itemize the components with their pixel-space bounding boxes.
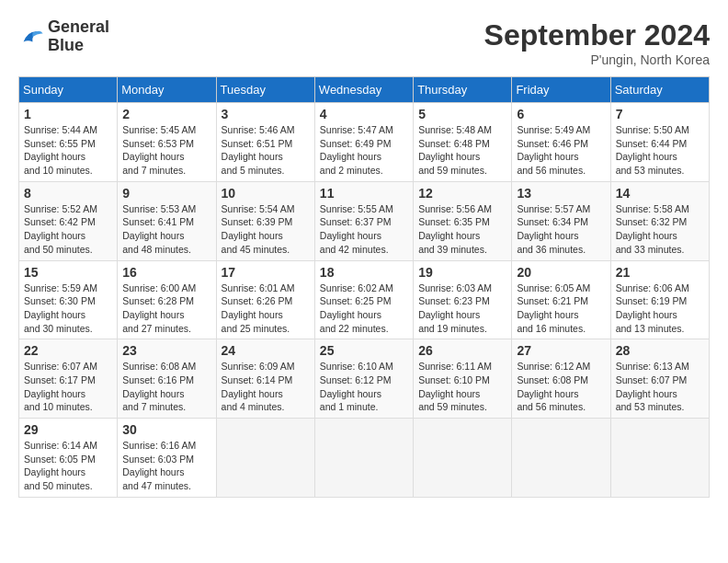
day-info: Sunrise: 6:05 AMSunset: 6:21 PMDaylight … <box>517 282 605 336</box>
sunset-time: Sunset: 6:03 PM <box>122 454 194 465</box>
sunset-time: Sunset: 6:21 PM <box>517 295 588 306</box>
day-info: Sunrise: 6:02 AMSunset: 6:25 PMDaylight … <box>320 282 408 336</box>
table-row: 26Sunrise: 6:11 AMSunset: 6:10 PMDayligh… <box>414 339 512 419</box>
daylight-label: Daylight hours <box>517 309 578 320</box>
sunset-time: Sunset: 6:49 PM <box>320 138 392 149</box>
daylight-label: Daylight hours <box>616 388 677 399</box>
day-number: 16 <box>122 265 210 280</box>
table-row: 12Sunrise: 5:56 AMSunset: 6:35 PMDayligh… <box>414 181 512 260</box>
sunset-time: Sunset: 6:08 PM <box>517 374 588 385</box>
daylight-minutes: and 45 minutes. <box>222 244 290 255</box>
sunset-time: Sunset: 6:17 PM <box>24 374 96 385</box>
day-number: 10 <box>222 186 310 201</box>
sunrise-time: Sunrise: 6:07 AM <box>24 361 97 372</box>
table-row: 19Sunrise: 6:03 AMSunset: 6:23 PMDayligh… <box>414 260 512 339</box>
sunrise-time: Sunrise: 6:08 AM <box>122 361 196 372</box>
daylight-label: Daylight hours <box>24 151 85 162</box>
daylight-label: Daylight hours <box>517 151 578 162</box>
day-info: Sunrise: 5:56 AMSunset: 6:35 PMDaylight … <box>418 202 506 257</box>
table-row: 30Sunrise: 6:16 AMSunset: 6:03 PMDayligh… <box>118 419 216 498</box>
sunset-time: Sunset: 6:07 PM <box>616 374 688 385</box>
daylight-label: Daylight hours <box>418 230 480 241</box>
calendar-table: Sunday Monday Tuesday Wednesday Thursday… <box>18 76 710 498</box>
sunrise-time: Sunrise: 6:06 AM <box>616 282 689 293</box>
table-row: 29Sunrise: 6:14 AMSunset: 6:05 PMDayligh… <box>19 419 118 498</box>
table-row: 8Sunrise: 5:52 AMSunset: 6:42 PMDaylight… <box>19 181 118 260</box>
day-number: 5 <box>418 107 506 121</box>
daylight-label: Daylight hours <box>616 151 677 162</box>
daylight-label: Daylight hours <box>122 230 184 241</box>
daylight-minutes: and 56 minutes. <box>517 401 586 412</box>
daylight-label: Daylight hours <box>320 388 381 399</box>
daylight-minutes: and 27 minutes. <box>122 323 191 334</box>
table-row: 13Sunrise: 5:57 AMSunset: 6:34 PMDayligh… <box>512 181 610 260</box>
day-number: 23 <box>122 343 210 358</box>
day-info: Sunrise: 5:53 AMSunset: 6:41 PMDaylight … <box>122 202 210 257</box>
day-info: Sunrise: 5:48 AMSunset: 6:48 PMDaylight … <box>418 123 506 178</box>
table-row: 23Sunrise: 6:08 AMSunset: 6:16 PMDayligh… <box>118 339 216 419</box>
sunrise-time: Sunrise: 6:03 AM <box>418 282 492 293</box>
daylight-label: Daylight hours <box>320 151 381 162</box>
daylight-minutes: and 59 minutes. <box>418 165 487 176</box>
sunrise-time: Sunrise: 5:47 AM <box>320 124 393 135</box>
sunset-time: Sunset: 6:35 PM <box>418 216 490 227</box>
daylight-minutes: and 19 minutes. <box>418 323 487 334</box>
day-number: 7 <box>616 107 704 121</box>
day-info: Sunrise: 6:16 AMSunset: 6:03 PMDaylight … <box>122 439 210 493</box>
table-row: 11Sunrise: 5:55 AMSunset: 6:37 PMDayligh… <box>314 181 413 260</box>
day-number: 25 <box>320 343 408 358</box>
table-row: 1Sunrise: 5:44 AMSunset: 6:55 PMDaylight… <box>19 103 118 182</box>
sunset-time: Sunset: 6:32 PM <box>616 216 688 227</box>
daylight-minutes: and 56 minutes. <box>517 165 586 176</box>
daylight-minutes: and 10 minutes. <box>24 401 93 412</box>
col-friday: Friday <box>512 77 610 103</box>
day-number: 6 <box>517 107 605 121</box>
sunrise-time: Sunrise: 5:48 AM <box>418 124 492 135</box>
day-number: 30 <box>122 422 210 437</box>
day-number: 17 <box>222 265 310 280</box>
sunrise-time: Sunrise: 6:12 AM <box>517 361 590 372</box>
day-number: 13 <box>517 186 605 201</box>
day-number: 12 <box>418 186 506 201</box>
daylight-label: Daylight hours <box>320 230 381 241</box>
table-row: 17Sunrise: 6:01 AMSunset: 6:26 PMDayligh… <box>216 260 314 339</box>
sunrise-time: Sunrise: 5:45 AM <box>122 124 196 135</box>
sunset-time: Sunset: 6:34 PM <box>517 216 588 227</box>
daylight-minutes: and 42 minutes. <box>320 244 389 255</box>
day-info: Sunrise: 6:13 AMSunset: 6:07 PMDaylight … <box>616 360 704 414</box>
daylight-label: Daylight hours <box>517 388 578 399</box>
daylight-label: Daylight hours <box>320 309 381 320</box>
sunrise-time: Sunrise: 6:09 AM <box>222 361 295 372</box>
day-info: Sunrise: 5:44 AMSunset: 6:55 PMDaylight … <box>24 123 112 178</box>
daylight-label: Daylight hours <box>24 388 85 399</box>
sunset-time: Sunset: 6:14 PM <box>222 374 293 385</box>
sunrise-time: Sunrise: 5:52 AM <box>24 203 97 214</box>
logo-icon <box>18 24 44 50</box>
day-info: Sunrise: 5:46 AMSunset: 6:51 PMDaylight … <box>222 123 310 178</box>
sunset-time: Sunset: 6:26 PM <box>222 295 293 306</box>
day-info: Sunrise: 6:12 AMSunset: 6:08 PMDaylight … <box>517 360 605 414</box>
sunset-time: Sunset: 6:12 PM <box>320 374 392 385</box>
table-row <box>216 419 314 498</box>
sunset-time: Sunset: 6:53 PM <box>122 138 194 149</box>
month-title: September 2024 <box>484 18 710 52</box>
day-info: Sunrise: 6:01 AMSunset: 6:26 PMDaylight … <box>222 282 310 336</box>
col-monday: Monday <box>118 77 216 103</box>
daylight-minutes: and 53 minutes. <box>616 165 685 176</box>
table-row <box>414 419 512 498</box>
table-row: 21Sunrise: 6:06 AMSunset: 6:19 PMDayligh… <box>610 260 709 339</box>
sunset-time: Sunset: 6:48 PM <box>418 138 490 149</box>
calendar-week-row: 1Sunrise: 5:44 AMSunset: 6:55 PMDaylight… <box>19 103 710 182</box>
table-row: 27Sunrise: 6:12 AMSunset: 6:08 PMDayligh… <box>512 339 610 419</box>
table-row: 22Sunrise: 6:07 AMSunset: 6:17 PMDayligh… <box>19 339 118 419</box>
daylight-minutes: and 48 minutes. <box>122 244 191 255</box>
sunrise-time: Sunrise: 6:01 AM <box>222 282 295 293</box>
daylight-label: Daylight hours <box>24 230 85 241</box>
day-number: 15 <box>24 265 112 280</box>
day-number: 8 <box>24 186 112 201</box>
day-number: 11 <box>320 186 408 201</box>
daylight-minutes: and 2 minutes. <box>320 165 383 176</box>
table-row: 14Sunrise: 5:58 AMSunset: 6:32 PMDayligh… <box>610 181 709 260</box>
day-info: Sunrise: 5:59 AMSunset: 6:30 PMDaylight … <box>24 282 112 336</box>
day-info: Sunrise: 6:00 AMSunset: 6:28 PMDaylight … <box>122 282 210 336</box>
